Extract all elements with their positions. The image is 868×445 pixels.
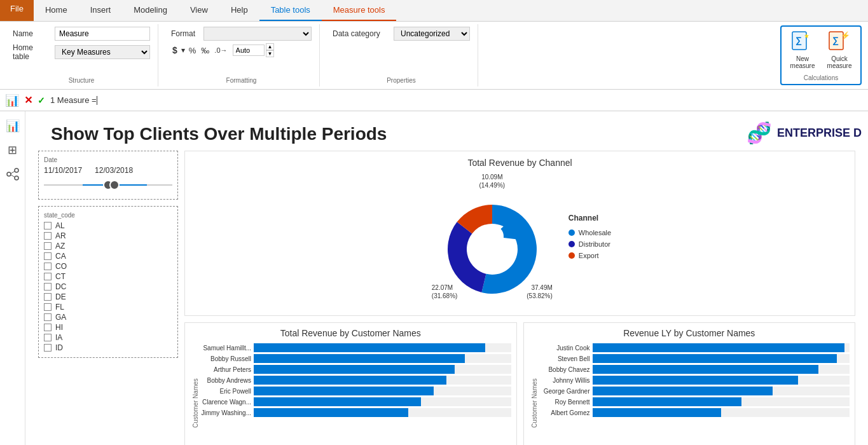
state-item: AL bbox=[44, 221, 172, 230]
donut-svg-main bbox=[441, 198, 543, 300]
state-item: DC bbox=[44, 282, 172, 291]
name-input[interactable] bbox=[55, 27, 150, 41]
formula-bar: 📊 ✕ ✓ 1 Measure = bbox=[0, 90, 868, 111]
donut-chart-container: Total Revenue by Channel 10.09M(14.49%) … bbox=[184, 151, 855, 316]
comma-button[interactable]: ‰ bbox=[200, 46, 210, 55]
tab-modeling[interactable]: Modeling bbox=[122, 0, 179, 21]
tab-measure-tools[interactable]: Measure tools bbox=[322, 0, 397, 21]
svg-point-7 bbox=[15, 168, 18, 172]
formula-confirm-button[interactable]: ✓ bbox=[38, 95, 45, 106]
date-slider[interactable] bbox=[44, 179, 172, 191]
bar-track bbox=[593, 397, 850, 406]
legend-label-wholesale: Wholesale bbox=[579, 229, 611, 236]
state-checkbox[interactable] bbox=[44, 324, 52, 331]
bar-fill bbox=[254, 397, 421, 406]
bar-name: Eric Powell bbox=[200, 388, 251, 395]
tab-home[interactable]: Home bbox=[34, 0, 79, 21]
legend-item-distributor: Distributor bbox=[568, 240, 611, 248]
legend-label-distributor: Distributor bbox=[579, 240, 610, 248]
auto-input[interactable] bbox=[233, 44, 265, 56]
date-filter-label: Date bbox=[44, 156, 172, 163]
format-select[interactable] bbox=[203, 27, 312, 41]
legend-item-export: Export bbox=[568, 252, 611, 259]
bar-row: Arthur Peters bbox=[200, 365, 511, 374]
properties-label: Properties bbox=[387, 74, 416, 84]
bar-track bbox=[593, 376, 850, 385]
bar-chart-right-ylabel: Customer Names bbox=[529, 343, 539, 445]
decimal-decrease[interactable]: .0→ bbox=[214, 46, 227, 54]
tab-insert[interactable]: Insert bbox=[79, 0, 123, 21]
bar-row: Johnny Willis bbox=[539, 376, 850, 385]
bar-name: Clarence Wagn... bbox=[200, 399, 251, 406]
percent-button[interactable]: % bbox=[188, 46, 198, 55]
data-category-select[interactable]: Uncategorized bbox=[394, 27, 470, 41]
date-slider-thumbs[interactable] bbox=[103, 180, 120, 190]
state-checkbox[interactable] bbox=[44, 273, 52, 280]
state-checkbox[interactable] bbox=[44, 283, 52, 291]
state-label: CT bbox=[55, 272, 65, 281]
new-measure-icon: ∑ ★ bbox=[791, 29, 814, 55]
bar-row: Clarence Wagn... bbox=[200, 397, 511, 406]
bar-fill bbox=[254, 376, 446, 385]
legend-title: Channel bbox=[568, 214, 611, 222]
bar-fill bbox=[593, 365, 819, 374]
tab-help[interactable]: Help bbox=[219, 0, 259, 21]
bar-fill bbox=[593, 343, 844, 352]
legend-item-wholesale: Wholesale bbox=[568, 229, 611, 236]
measure-buttons-row: ∑ ★ New measure ∑ ⚡ Quick measure bbox=[787, 29, 855, 69]
state-checkbox[interactable] bbox=[44, 263, 52, 270]
bar-track bbox=[254, 387, 511, 395]
state-label: DC bbox=[55, 282, 66, 291]
bar-fill bbox=[593, 387, 773, 395]
bar-track bbox=[254, 365, 511, 374]
bar-chart-right: Revenue LY by Customer Names Customer Na… bbox=[523, 322, 856, 445]
state-label: CO bbox=[55, 262, 67, 271]
state-filter: state_code ALARAZCACOCTDCDEFLGAHIIAID bbox=[38, 206, 178, 358]
sidebar-bar-chart-icon[interactable]: 📊 bbox=[3, 116, 22, 135]
bar-row: Bobby Andrews bbox=[200, 376, 511, 385]
state-checkbox[interactable] bbox=[44, 313, 52, 321]
quick-measure-button[interactable]: ∑ ⚡ Quick measure bbox=[823, 29, 855, 69]
home-table-select[interactable]: Key Measures bbox=[55, 45, 150, 59]
tab-table-tools[interactable]: Table tools bbox=[259, 0, 322, 21]
formula-cancel-button[interactable]: ✕ bbox=[24, 94, 32, 106]
state-item: CA bbox=[44, 252, 172, 261]
bar-name: Bobby Chavez bbox=[539, 366, 590, 373]
structure-group: Name Home table Key Measures Structure bbox=[5, 24, 158, 86]
name-label: Name bbox=[13, 29, 51, 38]
state-checkbox[interactable] bbox=[44, 303, 52, 311]
dollar-button[interactable]: $ bbox=[171, 45, 179, 55]
structure-label: Structure bbox=[69, 74, 95, 84]
bar-name: Albert Gomez bbox=[539, 409, 590, 416]
bar-name: Johnny Willis bbox=[539, 377, 590, 384]
auto-up-arrow[interactable]: ▲ bbox=[266, 43, 275, 50]
state-checkbox[interactable] bbox=[44, 334, 52, 341]
state-item: IA bbox=[44, 333, 172, 342]
state-checkbox[interactable] bbox=[44, 252, 52, 260]
bar-chart-right-title: Revenue LY by Customer Names bbox=[529, 328, 850, 338]
state-checkbox[interactable] bbox=[44, 222, 52, 229]
svg-line-9 bbox=[11, 172, 15, 174]
auto-down-arrow[interactable]: ▼ bbox=[266, 50, 275, 57]
svg-text:⚡: ⚡ bbox=[841, 31, 850, 40]
state-checkbox[interactable] bbox=[44, 242, 52, 250]
report-canvas: 🧬 ENTERPRISE D Show Top Clients Over Mul… bbox=[25, 111, 868, 445]
sidebar-model-icon[interactable] bbox=[3, 165, 22, 187]
state-item: DE bbox=[44, 292, 172, 301]
dropdown-arrow-dollar[interactable]: ▾ bbox=[181, 46, 185, 55]
donut-chart-title: Total Revenue by Channel bbox=[191, 158, 848, 168]
sidebar-table-icon[interactable]: ⊞ bbox=[5, 140, 20, 160]
new-measure-button[interactable]: ∑ ★ New measure bbox=[787, 29, 818, 69]
bar-fill bbox=[254, 354, 465, 363]
file-tab[interactable]: File bbox=[0, 0, 34, 21]
legend-label-export: Export bbox=[579, 252, 599, 259]
state-label: FL bbox=[55, 303, 64, 312]
svg-text:∑: ∑ bbox=[796, 35, 802, 46]
state-checkbox[interactable] bbox=[44, 232, 52, 240]
date-thumb-right[interactable] bbox=[109, 180, 120, 190]
bar-row: George Gardner bbox=[539, 387, 850, 395]
tab-view[interactable]: View bbox=[179, 0, 219, 21]
state-checkbox[interactable] bbox=[44, 344, 52, 352]
state-checkbox[interactable] bbox=[44, 293, 52, 301]
calculations-group: ∑ ★ New measure ∑ ⚡ Quick measure bbox=[780, 25, 862, 85]
